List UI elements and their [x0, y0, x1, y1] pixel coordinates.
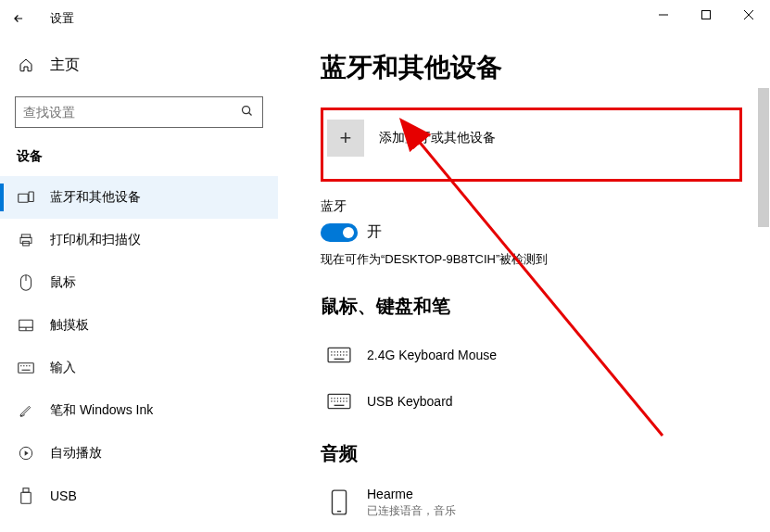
- sidebar: 主页 设备 蓝牙和其他设备 打印机和扫描仪 鼠标 触摸板 输入: [0, 37, 278, 532]
- close-button[interactable]: [727, 0, 770, 30]
- svg-rect-6: [19, 194, 29, 202]
- sidebar-item-usb[interactable]: USB: [0, 475, 278, 517]
- device-name: Hearme: [367, 487, 456, 501]
- keyboard-icon: [17, 362, 35, 374]
- svg-rect-1: [702, 11, 711, 19]
- device-item[interactable]: Hearme 已连接语音，音乐: [321, 479, 742, 526]
- printer-icon: [17, 233, 35, 247]
- minimize-button[interactable]: [642, 0, 685, 30]
- main-content: 蓝牙和其他设备 + 添加蓝牙或其他设备 蓝牙 开 现在可作为“DESKTOP-9…: [278, 37, 770, 532]
- add-device-plus-icon[interactable]: +: [327, 120, 364, 157]
- maximize-button[interactable]: [685, 0, 727, 30]
- home-link[interactable]: 主页: [0, 46, 278, 83]
- pen-icon: [17, 403, 35, 418]
- svg-rect-24: [21, 492, 32, 503]
- sidebar-section-title: 设备: [0, 139, 278, 176]
- search-icon: [238, 104, 255, 121]
- home-label: 主页: [50, 56, 80, 75]
- sidebar-item-label: 输入: [50, 360, 76, 376]
- titlebar: 设置: [0, 0, 770, 37]
- bluetooth-heading: 蓝牙: [321, 198, 742, 215]
- svg-rect-16: [19, 363, 34, 374]
- sidebar-item-pen[interactable]: 笔和 Windows Ink: [0, 389, 278, 432]
- sidebar-item-label: 蓝牙和其他设备: [50, 189, 141, 206]
- sidebar-item-typing[interactable]: 输入: [0, 347, 278, 389]
- page-title: 蓝牙和其他设备: [321, 50, 742, 85]
- search-input[interactable]: [23, 105, 238, 120]
- sidebar-item-label: USB: [50, 488, 77, 503]
- sidebar-item-label: 打印机和扫描仪: [50, 232, 141, 248]
- svg-line-5: [248, 112, 251, 115]
- search-box[interactable]: [15, 96, 263, 128]
- keyboard-icon: [321, 347, 358, 363]
- mouse-icon: [17, 274, 35, 291]
- svg-point-4: [242, 106, 249, 113]
- svg-rect-7: [29, 192, 33, 202]
- add-device-row[interactable]: + 添加蓝牙或其他设备: [327, 120, 730, 157]
- bluetooth-toggle-label: 开: [367, 222, 382, 242]
- section-mouse-kb: 鼠标、键盘和笔: [321, 294, 742, 319]
- sidebar-item-printers[interactable]: 打印机和扫描仪: [0, 219, 278, 261]
- sidebar-item-touchpad[interactable]: 触摸板: [0, 304, 278, 347]
- device-name: 2.4G Keyboard Mouse: [367, 348, 497, 362]
- section-audio: 音频: [321, 441, 742, 466]
- scrollbar-thumb[interactable]: [758, 88, 769, 227]
- window-title: 设置: [50, 10, 74, 27]
- usb-icon: [17, 488, 35, 504]
- sidebar-item-mouse[interactable]: 鼠标: [0, 261, 278, 304]
- touchpad-icon: [17, 319, 35, 332]
- autoplay-icon: [17, 446, 35, 461]
- add-device-label: 添加蓝牙或其他设备: [379, 130, 496, 146]
- bluetooth-toggle[interactable]: [321, 223, 358, 242]
- annotation-highlight-box: + 添加蓝牙或其他设备: [321, 108, 742, 182]
- sidebar-item-label: 鼠标: [50, 274, 76, 291]
- svg-rect-9: [20, 237, 32, 243]
- svg-rect-23: [23, 488, 29, 493]
- device-item[interactable]: 2.4G Keyboard Mouse: [321, 332, 742, 378]
- devices-icon: [17, 191, 35, 204]
- bluetooth-status: 现在可作为“DESKTOP-9B8TCIH”被检测到: [321, 251, 742, 268]
- keyboard-icon: [321, 393, 358, 410]
- phone-icon: [321, 489, 358, 515]
- device-item[interactable]: USB Keyboard: [321, 378, 742, 424]
- device-status: 已连接语音，音乐: [367, 503, 456, 519]
- sidebar-item-label: 触摸板: [50, 317, 89, 334]
- sidebar-item-bluetooth[interactable]: 蓝牙和其他设备: [0, 176, 278, 219]
- device-name: USB Keyboard: [367, 394, 453, 409]
- home-icon: [17, 57, 35, 72]
- sidebar-item-autoplay[interactable]: 自动播放: [0, 432, 278, 475]
- back-button[interactable]: [0, 0, 37, 37]
- sidebar-item-label: 笔和 Windows Ink: [50, 402, 153, 419]
- sidebar-item-label: 自动播放: [50, 445, 102, 462]
